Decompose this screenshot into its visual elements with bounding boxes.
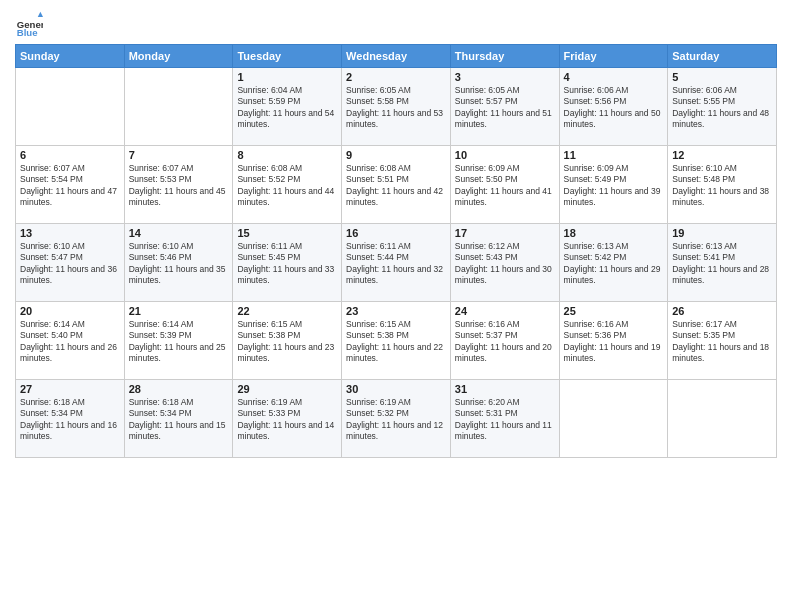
calendar-cell: 7 Sunrise: 6:07 AM Sunset: 5:53 PM Dayli… (124, 146, 233, 224)
logo-icon: General Blue (15, 10, 43, 38)
calendar-cell: 27 Sunrise: 6:18 AM Sunset: 5:34 PM Dayl… (16, 380, 125, 458)
day-info: Sunrise: 6:18 AM Sunset: 5:34 PM Dayligh… (20, 397, 120, 443)
calendar-cell: 18 Sunrise: 6:13 AM Sunset: 5:42 PM Dayl… (559, 224, 668, 302)
svg-marker-2 (38, 12, 43, 17)
day-info: Sunrise: 6:14 AM Sunset: 5:39 PM Dayligh… (129, 319, 229, 365)
weekday-header: Monday (124, 45, 233, 68)
day-number: 23 (346, 305, 446, 317)
day-info: Sunrise: 6:12 AM Sunset: 5:43 PM Dayligh… (455, 241, 555, 287)
weekday-header: Friday (559, 45, 668, 68)
day-number: 25 (564, 305, 664, 317)
day-info: Sunrise: 6:07 AM Sunset: 5:53 PM Dayligh… (129, 163, 229, 209)
day-number: 19 (672, 227, 772, 239)
calendar-cell: 26 Sunrise: 6:17 AM Sunset: 5:35 PM Dayl… (668, 302, 777, 380)
calendar-cell: 19 Sunrise: 6:13 AM Sunset: 5:41 PM Dayl… (668, 224, 777, 302)
day-info: Sunrise: 6:07 AM Sunset: 5:54 PM Dayligh… (20, 163, 120, 209)
weekday-header: Tuesday (233, 45, 342, 68)
calendar-cell: 4 Sunrise: 6:06 AM Sunset: 5:56 PM Dayli… (559, 68, 668, 146)
day-info: Sunrise: 6:17 AM Sunset: 5:35 PM Dayligh… (672, 319, 772, 365)
day-number: 24 (455, 305, 555, 317)
day-info: Sunrise: 6:09 AM Sunset: 5:50 PM Dayligh… (455, 163, 555, 209)
day-number: 2 (346, 71, 446, 83)
calendar-cell: 22 Sunrise: 6:15 AM Sunset: 5:38 PM Dayl… (233, 302, 342, 380)
day-number: 28 (129, 383, 229, 395)
day-number: 11 (564, 149, 664, 161)
day-info: Sunrise: 6:10 AM Sunset: 5:47 PM Dayligh… (20, 241, 120, 287)
day-info: Sunrise: 6:13 AM Sunset: 5:41 PM Dayligh… (672, 241, 772, 287)
weekday-header: Thursday (450, 45, 559, 68)
calendar-table: SundayMondayTuesdayWednesdayThursdayFrid… (15, 44, 777, 458)
calendar-cell: 24 Sunrise: 6:16 AM Sunset: 5:37 PM Dayl… (450, 302, 559, 380)
calendar-cell: 15 Sunrise: 6:11 AM Sunset: 5:45 PM Dayl… (233, 224, 342, 302)
svg-text:Blue: Blue (17, 27, 38, 38)
day-info: Sunrise: 6:11 AM Sunset: 5:45 PM Dayligh… (237, 241, 337, 287)
day-info: Sunrise: 6:15 AM Sunset: 5:38 PM Dayligh… (346, 319, 446, 365)
day-number: 6 (20, 149, 120, 161)
weekday-header: Sunday (16, 45, 125, 68)
day-info: Sunrise: 6:04 AM Sunset: 5:59 PM Dayligh… (237, 85, 337, 131)
calendar-cell: 29 Sunrise: 6:19 AM Sunset: 5:33 PM Dayl… (233, 380, 342, 458)
day-number: 21 (129, 305, 229, 317)
calendar-week-row: 6 Sunrise: 6:07 AM Sunset: 5:54 PM Dayli… (16, 146, 777, 224)
day-info: Sunrise: 6:08 AM Sunset: 5:52 PM Dayligh… (237, 163, 337, 209)
calendar-cell (124, 68, 233, 146)
day-number: 12 (672, 149, 772, 161)
day-info: Sunrise: 6:10 AM Sunset: 5:48 PM Dayligh… (672, 163, 772, 209)
day-number: 29 (237, 383, 337, 395)
calendar-cell: 13 Sunrise: 6:10 AM Sunset: 5:47 PM Dayl… (16, 224, 125, 302)
day-number: 1 (237, 71, 337, 83)
weekday-header-row: SundayMondayTuesdayWednesdayThursdayFrid… (16, 45, 777, 68)
day-number: 14 (129, 227, 229, 239)
calendar-cell: 10 Sunrise: 6:09 AM Sunset: 5:50 PM Dayl… (450, 146, 559, 224)
weekday-header: Wednesday (342, 45, 451, 68)
day-info: Sunrise: 6:09 AM Sunset: 5:49 PM Dayligh… (564, 163, 664, 209)
day-info: Sunrise: 6:19 AM Sunset: 5:33 PM Dayligh… (237, 397, 337, 443)
day-info: Sunrise: 6:19 AM Sunset: 5:32 PM Dayligh… (346, 397, 446, 443)
day-info: Sunrise: 6:06 AM Sunset: 5:55 PM Dayligh… (672, 85, 772, 131)
calendar-cell: 8 Sunrise: 6:08 AM Sunset: 5:52 PM Dayli… (233, 146, 342, 224)
header: General Blue (15, 10, 777, 38)
day-number: 31 (455, 383, 555, 395)
day-number: 15 (237, 227, 337, 239)
calendar-header: SundayMondayTuesdayWednesdayThursdayFrid… (16, 45, 777, 68)
day-info: Sunrise: 6:06 AM Sunset: 5:56 PM Dayligh… (564, 85, 664, 131)
day-number: 8 (237, 149, 337, 161)
calendar-cell (16, 68, 125, 146)
calendar-cell: 2 Sunrise: 6:05 AM Sunset: 5:58 PM Dayli… (342, 68, 451, 146)
calendar-cell: 1 Sunrise: 6:04 AM Sunset: 5:59 PM Dayli… (233, 68, 342, 146)
day-number: 3 (455, 71, 555, 83)
calendar-cell: 30 Sunrise: 6:19 AM Sunset: 5:32 PM Dayl… (342, 380, 451, 458)
calendar-cell: 31 Sunrise: 6:20 AM Sunset: 5:31 PM Dayl… (450, 380, 559, 458)
calendar-cell: 11 Sunrise: 6:09 AM Sunset: 5:49 PM Dayl… (559, 146, 668, 224)
day-number: 27 (20, 383, 120, 395)
calendar-cell: 21 Sunrise: 6:14 AM Sunset: 5:39 PM Dayl… (124, 302, 233, 380)
calendar-cell: 23 Sunrise: 6:15 AM Sunset: 5:38 PM Dayl… (342, 302, 451, 380)
day-info: Sunrise: 6:20 AM Sunset: 5:31 PM Dayligh… (455, 397, 555, 443)
day-info: Sunrise: 6:05 AM Sunset: 5:57 PM Dayligh… (455, 85, 555, 131)
calendar-cell: 12 Sunrise: 6:10 AM Sunset: 5:48 PM Dayl… (668, 146, 777, 224)
calendar-week-row: 20 Sunrise: 6:14 AM Sunset: 5:40 PM Dayl… (16, 302, 777, 380)
calendar-cell: 9 Sunrise: 6:08 AM Sunset: 5:51 PM Dayli… (342, 146, 451, 224)
day-info: Sunrise: 6:16 AM Sunset: 5:37 PM Dayligh… (455, 319, 555, 365)
day-info: Sunrise: 6:18 AM Sunset: 5:34 PM Dayligh… (129, 397, 229, 443)
day-number: 16 (346, 227, 446, 239)
calendar-cell: 16 Sunrise: 6:11 AM Sunset: 5:44 PM Dayl… (342, 224, 451, 302)
calendar-week-row: 1 Sunrise: 6:04 AM Sunset: 5:59 PM Dayli… (16, 68, 777, 146)
calendar-cell: 25 Sunrise: 6:16 AM Sunset: 5:36 PM Dayl… (559, 302, 668, 380)
day-number: 30 (346, 383, 446, 395)
day-number: 17 (455, 227, 555, 239)
calendar-body: 1 Sunrise: 6:04 AM Sunset: 5:59 PM Dayli… (16, 68, 777, 458)
calendar-cell: 14 Sunrise: 6:10 AM Sunset: 5:46 PM Dayl… (124, 224, 233, 302)
day-info: Sunrise: 6:13 AM Sunset: 5:42 PM Dayligh… (564, 241, 664, 287)
calendar-cell: 20 Sunrise: 6:14 AM Sunset: 5:40 PM Dayl… (16, 302, 125, 380)
day-info: Sunrise: 6:16 AM Sunset: 5:36 PM Dayligh… (564, 319, 664, 365)
day-number: 9 (346, 149, 446, 161)
day-number: 20 (20, 305, 120, 317)
day-info: Sunrise: 6:15 AM Sunset: 5:38 PM Dayligh… (237, 319, 337, 365)
logo: General Blue (15, 10, 43, 38)
calendar-cell: 28 Sunrise: 6:18 AM Sunset: 5:34 PM Dayl… (124, 380, 233, 458)
day-info: Sunrise: 6:08 AM Sunset: 5:51 PM Dayligh… (346, 163, 446, 209)
calendar-cell: 17 Sunrise: 6:12 AM Sunset: 5:43 PM Dayl… (450, 224, 559, 302)
calendar-cell: 6 Sunrise: 6:07 AM Sunset: 5:54 PM Dayli… (16, 146, 125, 224)
day-number: 7 (129, 149, 229, 161)
